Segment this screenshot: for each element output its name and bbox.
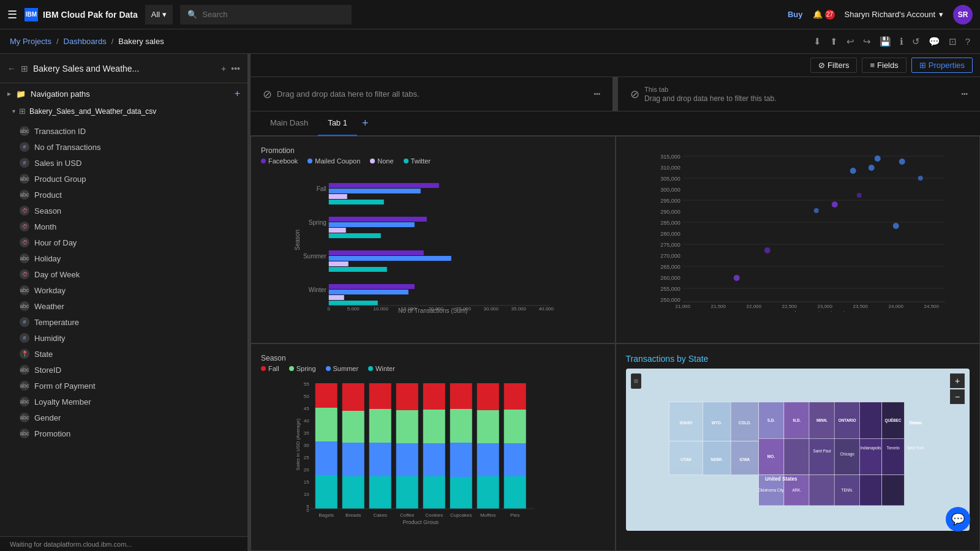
bell-icon: 🔔 (813, 10, 823, 19)
field-name: Loyalty Member (34, 397, 91, 407)
field-list-item[interactable]: abc Form of Payment (0, 378, 247, 394)
save-icon[interactable]: 💾 (880, 36, 891, 47)
svg-rect-18 (329, 290, 409, 294)
svg-text:50: 50 (304, 394, 309, 399)
svg-text:23,500: 23,500 (853, 304, 868, 309)
filter-icon: ⊘ (818, 61, 825, 70)
fields-button[interactable]: ≡ Fields (862, 58, 906, 73)
svg-rect-13 (329, 256, 451, 261)
svg-text:255,000: 255,000 (660, 286, 680, 292)
share-icon[interactable]: ⬆ (830, 36, 838, 47)
sidebar-more-icon[interactable]: ••• (231, 64, 240, 73)
legend-item: Mailed Coupon (307, 157, 360, 165)
user-avatar[interactable]: SR (953, 5, 973, 24)
field-list-item[interactable]: # Humidity (0, 330, 247, 346)
map-zoom-out-button[interactable]: − (950, 389, 965, 404)
svg-text:295,000: 295,000 (660, 198, 680, 204)
buy-button[interactable]: Buy (788, 10, 803, 19)
all-dropdown[interactable]: All ▾ (145, 5, 173, 24)
data-source-section: ▾ ⊞ Bakery_Sales_and_Weather_data_csv (0, 104, 247, 123)
svg-rect-116 (477, 383, 499, 410)
field-list-item[interactable]: abc Product (0, 187, 247, 203)
field-list-item[interactable]: abc Transaction ID (0, 123, 247, 139)
status-text: Waiting for dataplatform.cloud.ibm.com..… (10, 541, 132, 548)
sidebar-add-icon[interactable]: + (221, 64, 226, 73)
field-list-item[interactable]: ⏱ Season (0, 203, 247, 219)
svg-text:COLO.: COLO. (738, 421, 750, 425)
map-layers-button[interactable]: ≡ (631, 373, 642, 389)
field-list-item[interactable]: abc Weather (0, 298, 247, 314)
chart-promotion: Promotion FacebookMailed CouponNoneTwitt… (251, 136, 616, 343)
svg-rect-111 (450, 383, 472, 409)
sidebar-back-icon[interactable]: ← (7, 64, 16, 73)
tab-tab1[interactable]: Tab 1 (318, 111, 357, 136)
field-list-item[interactable]: abc Loyalty Member (0, 394, 247, 410)
field-name: State (34, 350, 53, 359)
svg-rect-92 (342, 411, 364, 443)
chat-bubble-button[interactable]: 💬 (946, 507, 970, 531)
help-icon[interactable]: ? (965, 36, 970, 47)
nav-paths-section[interactable]: ▸ 📁 Navigation paths + (0, 83, 247, 104)
comment-icon[interactable]: 💬 (929, 36, 940, 47)
field-list-item[interactable]: # No of Transactions (0, 139, 247, 155)
breadcrumb-dashboards[interactable]: Dashboards (64, 37, 107, 46)
map-zoom-in-button[interactable]: + (950, 373, 965, 388)
field-type-icon: # (20, 158, 29, 168)
field-list-item[interactable]: abc Holiday (0, 250, 247, 266)
breadcrumb-sep2: / (111, 37, 114, 46)
data-source-row[interactable]: ▾ ⊞ Bakery_Sales_and_Weather_data_csv (0, 104, 247, 118)
svg-rect-91 (342, 383, 364, 411)
this-tab-more-icon[interactable]: ••• (961, 91, 968, 97)
map-zoom-controls: + − (950, 373, 965, 404)
legend-item: Twitter (404, 157, 431, 165)
info-icon[interactable]: ℹ (900, 36, 903, 47)
field-list-item[interactable]: 📍 State (0, 346, 247, 362)
download-icon[interactable]: ⬇ (813, 36, 821, 47)
svg-text:40: 40 (304, 418, 309, 424)
field-name: Transaction ID (34, 127, 86, 136)
folder-icon: 📁 (16, 89, 26, 99)
field-type-icon: # (20, 333, 29, 343)
legend-item: Spring (289, 365, 316, 372)
refresh-icon[interactable]: ↺ (912, 36, 920, 47)
search-bar[interactable]: 🔍 (180, 5, 352, 24)
svg-rect-144 (859, 438, 882, 474)
legend-item: Winter (368, 365, 395, 372)
field-list-item[interactable]: # Temperature (0, 314, 247, 330)
tab-add-button[interactable]: + (357, 117, 374, 130)
redo-icon[interactable]: ↪ (863, 36, 871, 47)
sidebar-grid-icon[interactable]: ⊞ (21, 64, 28, 73)
notifications-area[interactable]: 🔔 27 (813, 10, 835, 20)
nav-paths-add-button[interactable]: + (235, 88, 240, 99)
field-list-item[interactable]: ⏱ Day of Week (0, 266, 247, 282)
filter-divider (613, 77, 618, 111)
field-list-item[interactable]: abc Gender (0, 410, 247, 425)
layout-icon[interactable]: ⊡ (949, 36, 957, 47)
tab-main-dash[interactable]: Main Dash (260, 111, 318, 136)
hamburger-menu-icon[interactable]: ☰ (7, 8, 17, 21)
filters-button[interactable]: ⊘ Filters (810, 58, 857, 73)
field-type-icon: abc (20, 365, 29, 375)
field-name: Month (34, 222, 56, 231)
svg-text:United States: United States (765, 476, 797, 482)
chart1-svg: Season Fall Spring Summer (261, 170, 605, 310)
sidebar: ← ⊞ Bakery Sales and Weathe... + ••• ▸ 📁… (0, 54, 248, 551)
field-list-item[interactable]: abc Promotion (0, 425, 247, 441)
all-tabs-more-icon[interactable]: ••• (594, 91, 600, 97)
field-list-item[interactable]: ⏱ Hour of Day (0, 234, 247, 250)
svg-rect-97 (369, 409, 391, 443)
svg-text:260,000: 260,000 (660, 275, 680, 281)
field-type-icon: ⏱ (20, 238, 29, 247)
field-list-item[interactable]: # Sales in USD (0, 155, 247, 171)
properties-button[interactable]: ⊞ Properties (911, 58, 973, 73)
undo-icon[interactable]: ↩ (846, 36, 854, 47)
breadcrumb-projects[interactable]: My Projects (10, 37, 51, 46)
user-menu[interactable]: Sharyn Richard's Account ▾ (845, 10, 943, 19)
svg-text:QUÉBEC: QUÉBEC (884, 418, 902, 423)
sidebar-title: Bakery Sales and Weathe... (33, 64, 216, 73)
field-list-item[interactable]: abc Workday (0, 282, 247, 298)
field-list-item[interactable]: abc Product Group (0, 171, 247, 187)
field-list-item[interactable]: ⏱ Month (0, 219, 247, 234)
search-input[interactable] (202, 10, 325, 19)
field-list-item[interactable]: abc StoreID (0, 362, 247, 378)
